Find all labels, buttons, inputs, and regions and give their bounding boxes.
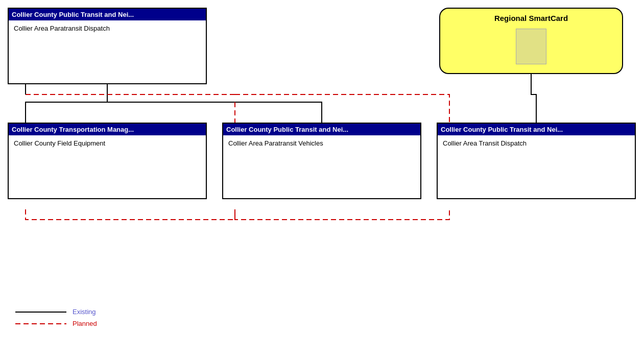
legend-planned-line: [15, 323, 66, 324]
node-field-equipment-body: Collier County Field Equipment: [9, 135, 206, 151]
node-smartcard-inner: [516, 29, 546, 64]
node-smartcard-title: Regional SmartCard: [440, 9, 622, 26]
node-paratransit-dispatch-body: Collier Area Paratransit Dispatch: [9, 20, 206, 36]
node-smartcard: Regional SmartCard: [439, 8, 623, 74]
diagram-container: Collier County Public Transit and Nei...…: [0, 0, 644, 358]
legend-planned-label: Planned: [73, 320, 97, 327]
node-field-equipment-header: Collier County Transportation Manag...: [9, 124, 206, 135]
legend-existing-line: [15, 312, 66, 313]
node-paratransit-vehicles-body: Collier Area Paratransit Vehicles: [223, 135, 420, 151]
node-transit-dispatch-header: Collier County Public Transit and Nei...: [438, 124, 635, 135]
node-transit-dispatch-body: Collier Area Transit Dispatch: [438, 135, 635, 151]
node-transit-dispatch: Collier County Public Transit and Nei...…: [437, 123, 636, 199]
node-paratransit-dispatch-header: Collier County Public Transit and Nei...: [9, 9, 206, 20]
legend-existing: Existing: [15, 308, 97, 316]
node-paratransit-vehicles: Collier County Public Transit and Nei...…: [222, 123, 421, 199]
node-paratransit-vehicles-header: Collier County Public Transit and Nei...: [223, 124, 420, 135]
legend-planned: Planned: [15, 320, 97, 327]
node-paratransit-dispatch: Collier County Public Transit and Nei...…: [8, 8, 207, 84]
node-field-equipment: Collier County Transportation Manag... C…: [8, 123, 207, 199]
legend-existing-label: Existing: [73, 308, 96, 316]
legend: Existing Planned: [15, 308, 97, 327]
